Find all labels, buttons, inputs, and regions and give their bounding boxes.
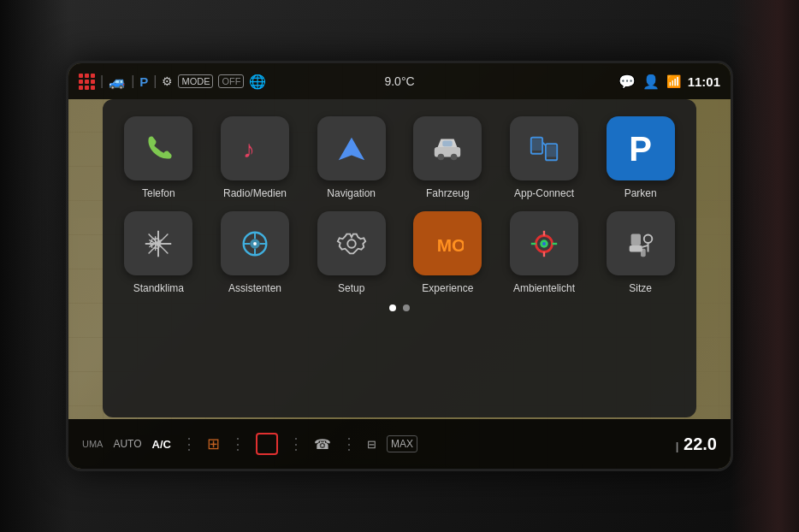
park-status-icon: P: [139, 74, 148, 89]
ac-button[interactable]: A/C: [152, 438, 171, 451]
seat-heat-icon: ⊞: [207, 434, 220, 453]
red-square-button[interactable]: [256, 433, 278, 455]
svg-text:MODE: MODE: [437, 234, 464, 254]
app-label-navigation: Navigation: [327, 187, 376, 199]
max-icon: MAX: [387, 435, 417, 452]
user-icon: 👤: [642, 74, 660, 90]
svg-rect-30: [630, 233, 640, 245]
app-icon-appconnect: [510, 116, 578, 180]
svg-point-29: [542, 242, 546, 245]
signal-icon: 📶: [666, 74, 681, 88]
app-icon-parken: P: [607, 116, 675, 180]
app-item-parken[interactable]: PParken: [598, 116, 683, 199]
svg-text:♪: ♪: [243, 134, 255, 162]
nav-status-icon: 🌐: [249, 74, 266, 90]
svg-marker-1: [338, 137, 364, 160]
page-dot-1: [403, 304, 410, 311]
app-label-ambientelicht: Ambientelicht: [513, 282, 575, 294]
main-overlay: Telefon♪Radio/MedienNavigationFahrzeugAp…: [103, 99, 696, 417]
app-item-experience[interactable]: MODEExperience: [405, 211, 490, 294]
app-label-sitze: Sitze: [629, 282, 652, 294]
page-dot-0: [389, 304, 396, 311]
app-icon-setup: [317, 211, 386, 275]
svg-point-4: [438, 153, 445, 160]
sep-2: ⋮: [230, 434, 246, 453]
app-icon-sitze: [607, 211, 675, 275]
svg-point-19: [253, 242, 257, 245]
app-item-sitze[interactable]: Sitze: [598, 211, 683, 294]
status-left: | 🚙 | P | ⚙ MODE OFF 🌐: [79, 74, 612, 90]
app-icon-telefon: [124, 116, 192, 180]
phone-icon-bottom: ☎: [314, 436, 331, 452]
assist-status-icon: ⚙: [162, 74, 173, 88]
car-status-icon: 🚙: [109, 74, 126, 90]
temperature-display: 9.0°C: [384, 74, 414, 88]
home-grid-icon[interactable]: [79, 74, 95, 90]
svg-line-35: [642, 245, 648, 246]
app-icon-ambientelicht: [510, 211, 578, 275]
status-right: 💬 👤 📶 11:01: [618, 74, 720, 90]
side-right-panel: [731, 0, 799, 532]
svg-rect-32: [641, 248, 646, 257]
app-label-parken: Parken: [624, 187, 657, 199]
app-item-appconnect[interactable]: App-Connect: [502, 116, 587, 199]
svg-point-5: [451, 153, 458, 160]
svg-rect-31: [629, 245, 642, 251]
app-label-appconnect: App-Connect: [514, 187, 574, 199]
rear-icon: ⊟: [367, 438, 376, 451]
app-icon-fahrzeug: [413, 116, 482, 180]
app-icon-experience: MODE: [413, 211, 482, 275]
infotainment-screen: | 🚙 | P | ⚙ MODE OFF 🌐 9.0°C 💬 👤 📶 11:01: [66, 61, 733, 471]
app-item-assistenten[interactable]: Assistenten: [213, 211, 298, 294]
sep-3: ⋮: [288, 434, 304, 453]
svg-point-24: [347, 239, 356, 248]
svg-rect-8: [532, 139, 542, 150]
side-left-panel: [0, 0, 68, 532]
app-item-navigation[interactable]: Navigation: [309, 116, 394, 199]
app-item-standklima[interactable]: ❄Standklima: [116, 211, 201, 294]
apps-grid: Telefon♪Radio/MedienNavigationFahrzeugAp…: [116, 116, 683, 294]
app-label-telefon: Telefon: [142, 187, 175, 199]
app-label-experience: Experience: [422, 282, 473, 294]
app-item-ambientelicht[interactable]: Ambientelicht: [502, 211, 587, 294]
sep-4: ⋮: [341, 434, 357, 453]
time-display: 11:01: [688, 74, 720, 89]
uma-label: UMA: [82, 439, 103, 449]
divider-2: |: [131, 74, 134, 89]
app-label-setup: Setup: [338, 282, 364, 294]
off-status-icon: OFF: [218, 74, 244, 88]
app-label-assistenten: Assistenten: [228, 282, 281, 294]
sep-1: ⋮: [181, 434, 197, 453]
auto-label: AUTO: [113, 438, 141, 450]
app-label-radio: Radio/Medien: [223, 187, 287, 199]
app-icon-navigation: [317, 116, 386, 180]
mode-status-icon: MODE: [178, 74, 213, 88]
app-item-radio[interactable]: ♪Radio/Medien: [213, 116, 298, 199]
app-item-setup[interactable]: Setup: [309, 211, 394, 294]
app-item-fahrzeug[interactable]: Fahrzeug: [405, 116, 490, 199]
app-icon-standklima: ❄: [124, 211, 192, 275]
divider-1: |: [100, 74, 104, 89]
app-label-standklima: Standklima: [133, 282, 184, 294]
app-icon-radio: ♪: [221, 116, 289, 180]
divider-3: |: [153, 74, 157, 89]
svg-point-33: [643, 234, 652, 243]
bottom-temp: | 22.0: [676, 434, 717, 454]
app-item-telefon[interactable]: Telefon: [116, 116, 201, 199]
status-bar: | 🚙 | P | ⚙ MODE OFF 🌐 9.0°C 💬 👤 📶 11:01: [68, 63, 731, 99]
svg-rect-10: [547, 145, 556, 157]
app-icon-assistenten: [221, 211, 289, 275]
message-icon: 💬: [618, 74, 636, 90]
app-label-fahrzeug: Fahrzeug: [426, 187, 470, 199]
svg-rect-6: [443, 140, 453, 146]
page-dots: [389, 304, 410, 311]
bottom-bar: UMA AUTO A/C ⋮ ⊞ ⋮ ⋮ ☎ ⋮ ⊟ MAX | 22.0: [68, 419, 731, 469]
